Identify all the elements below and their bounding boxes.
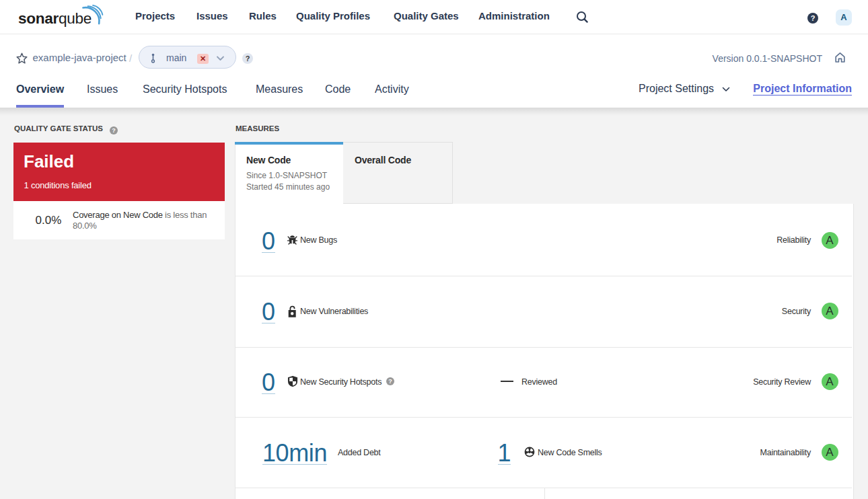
svg-text:sonarqube: sonarqube: [18, 10, 92, 27]
